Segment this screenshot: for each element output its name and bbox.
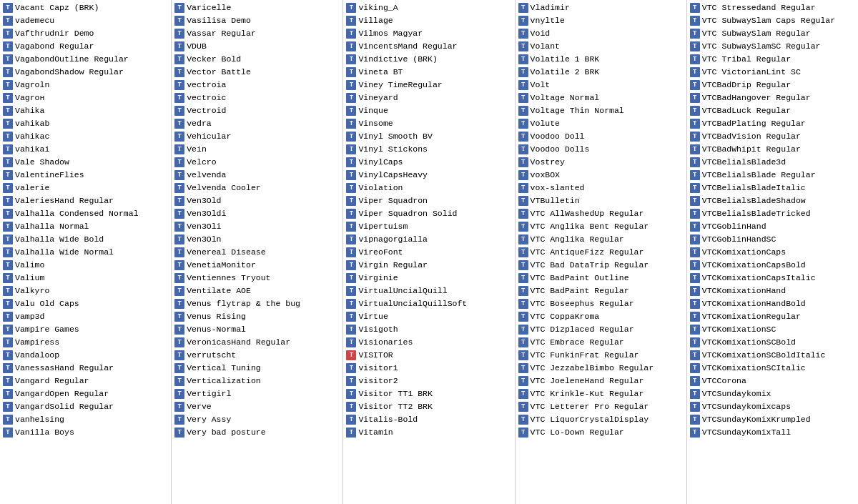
- list-item[interactable]: TVehicular: [172, 130, 342, 143]
- list-item[interactable]: TVectroid: [172, 104, 342, 117]
- list-item[interactable]: TVitamin: [343, 426, 514, 439]
- list-item[interactable]: TVTCBadVision Regular: [687, 130, 858, 143]
- list-item[interactable]: TVolute: [516, 117, 686, 130]
- list-item[interactable]: TVineta BT: [343, 66, 514, 79]
- list-item[interactable]: TViper Squadron Solid: [343, 207, 514, 220]
- list-item[interactable]: TVTCSundaykomix: [687, 387, 858, 400]
- list-item[interactable]: TVTC Boseephus Regular: [516, 297, 686, 310]
- list-item[interactable]: TVTC SubwaySlamSC Regular: [687, 40, 858, 53]
- list-item[interactable]: TVTC LiquorCrystalDisplay: [516, 413, 686, 426]
- list-item[interactable]: TVacant Capz (BRK): [0, 1, 171, 14]
- list-item[interactable]: TVentiennes Tryout: [172, 272, 342, 285]
- list-item[interactable]: TVTCKomixationRegular: [687, 310, 858, 323]
- list-item[interactable]: Tvisitor1: [343, 362, 514, 375]
- list-item[interactable]: TVerve: [172, 400, 342, 413]
- list-item[interactable]: TVTCGoblinHandSC: [687, 233, 858, 246]
- list-item[interactable]: TVTCBadHangover Regular: [687, 92, 858, 104]
- list-item[interactable]: TVinylCapsHeavy: [343, 169, 514, 182]
- list-item[interactable]: TVTCKomixationCapsItalic: [687, 272, 858, 285]
- list-item[interactable]: TVTC Stressedand Regular: [687, 1, 858, 14]
- list-item[interactable]: TVelcro: [172, 156, 342, 169]
- list-item[interactable]: Tvisitor2: [343, 375, 514, 387]
- list-item[interactable]: TVTCBadLuck Regular: [687, 104, 858, 117]
- list-item[interactable]: TVTCKomixationSCBoldItalic: [687, 349, 858, 362]
- list-item[interactable]: TVirgin Regular: [343, 259, 514, 272]
- list-item[interactable]: Tvalerie: [0, 182, 171, 194]
- list-item[interactable]: TVTC Embrace Regular: [516, 336, 686, 349]
- list-item[interactable]: TVoodoo Dolls: [516, 143, 686, 156]
- list-item[interactable]: TVTC CoppaKroma: [516, 310, 686, 323]
- list-item[interactable]: TValu Old Caps: [0, 297, 171, 310]
- list-item[interactable]: TVery bad posture: [172, 426, 342, 439]
- list-item[interactable]: TVertical Tuning: [172, 362, 342, 375]
- list-item[interactable]: TVTC Tribal Regular: [687, 53, 858, 66]
- list-item[interactable]: TVen3Oln: [172, 233, 342, 246]
- list-item[interactable]: TVTCBelialsBladeShadow: [687, 194, 858, 207]
- list-item[interactable]: TVTCBelialsBlade Regular: [687, 169, 858, 182]
- list-item[interactable]: TVTBulletin: [516, 194, 686, 207]
- list-item[interactable]: TValhalla Wide Normal: [0, 246, 171, 259]
- list-item[interactable]: TVector Battle: [172, 66, 342, 79]
- list-item[interactable]: TVirtualUncialQuill: [343, 285, 514, 297]
- list-item[interactable]: TvoxBOX: [516, 169, 686, 182]
- list-item[interactable]: TVindictive (BRK): [343, 53, 514, 66]
- list-item[interactable]: TVTCKomixationSCItalic: [687, 362, 858, 375]
- list-item[interactable]: TVeronicasHand Regular: [172, 336, 342, 349]
- list-item[interactable]: Tvelvenda: [172, 169, 342, 182]
- list-item[interactable]: TVafthrudnir Demo: [0, 27, 171, 40]
- list-item[interactable]: Tvox-slanted: [516, 182, 686, 194]
- list-item[interactable]: TVenus-Normal: [172, 323, 342, 336]
- list-item[interactable]: TVipertuism: [343, 220, 514, 233]
- list-item[interactable]: TVTC VictorianLint SC: [687, 66, 858, 79]
- list-item[interactable]: TVTC JezzabelBimbo Regular: [516, 362, 686, 375]
- list-item[interactable]: TValeriesHand Regular: [0, 194, 171, 207]
- list-item[interactable]: TVirginie: [343, 272, 514, 285]
- list-item[interactable]: TVinylCaps: [343, 156, 514, 169]
- list-item[interactable]: TVagrон: [0, 92, 171, 104]
- list-item[interactable]: TVilmos Magyar: [343, 27, 514, 40]
- list-item[interactable]: TVTCBelialsBladeItalic: [687, 182, 858, 194]
- list-item[interactable]: TVery Assy: [172, 413, 342, 426]
- list-item[interactable]: TVasilisa Demo: [172, 14, 342, 27]
- list-item[interactable]: TVTC Dizplaced Regular: [516, 323, 686, 336]
- list-item[interactable]: TVentilate AOE: [172, 285, 342, 297]
- list-item[interactable]: TViper Squadron: [343, 194, 514, 207]
- list-item[interactable]: Tvectroic: [172, 92, 342, 104]
- list-item[interactable]: TVelvenda Cooler: [172, 182, 342, 194]
- list-item[interactable]: TVenus flytrap & the bug: [172, 297, 342, 310]
- list-item[interactable]: TVenereal Disease: [172, 246, 342, 259]
- list-item[interactable]: TVampiress: [0, 336, 171, 349]
- list-item[interactable]: TVisionaries: [343, 336, 514, 349]
- list-item[interactable]: Tvanhelsing: [0, 413, 171, 426]
- list-item[interactable]: Tvahikab: [0, 117, 171, 130]
- list-item[interactable]: TVTCKomixationHandBold: [687, 297, 858, 310]
- list-item[interactable]: TVagroln: [0, 79, 171, 92]
- list-item[interactable]: TVagabond Regular: [0, 40, 171, 53]
- list-item[interactable]: TVenus Rising: [172, 310, 342, 323]
- list-item[interactable]: TVTC AntiqueFizz Regular: [516, 246, 686, 259]
- list-item[interactable]: TVTCBadPlating Regular: [687, 117, 858, 130]
- list-item[interactable]: TVTCKomixationCapsBold: [687, 259, 858, 272]
- list-item[interactable]: TVinyl Smooth BV: [343, 130, 514, 143]
- list-item[interactable]: TVen3Old: [172, 194, 342, 207]
- list-item[interactable]: TViney TimeRegular: [343, 79, 514, 92]
- list-item[interactable]: TVTC SubwaySlam Caps Regular: [687, 14, 858, 27]
- list-item[interactable]: Tvedra: [172, 117, 342, 130]
- list-item[interactable]: TVanilla Boys: [0, 426, 171, 439]
- list-item[interactable]: TVoltage Normal: [516, 92, 686, 104]
- list-item[interactable]: Tvamp3d: [0, 310, 171, 323]
- list-item[interactable]: TVagabondOutline Regular: [0, 53, 171, 66]
- list-item[interactable]: TVTCKomixationSC: [687, 323, 858, 336]
- list-item[interactable]: TVTCSundaykomixcaps: [687, 400, 858, 413]
- list-item[interactable]: TVTC Krinkle-Kut Regular: [516, 387, 686, 400]
- list-item[interactable]: Tvectroia: [172, 79, 342, 92]
- list-item[interactable]: Tvnyltle: [516, 14, 686, 27]
- list-item[interactable]: TVTC JoeleneHand Regular: [516, 375, 686, 387]
- list-item[interactable]: TVineyard: [343, 92, 514, 104]
- list-item[interactable]: TVangard Regular: [0, 375, 171, 387]
- list-item[interactable]: Tvahikai: [0, 143, 171, 156]
- list-item[interactable]: TValhalla Wide Bold: [0, 233, 171, 246]
- list-item[interactable]: TVTCCorona: [687, 375, 858, 387]
- list-item[interactable]: TVangardSolid Regular: [0, 400, 171, 413]
- list-item[interactable]: TVolant: [516, 40, 686, 53]
